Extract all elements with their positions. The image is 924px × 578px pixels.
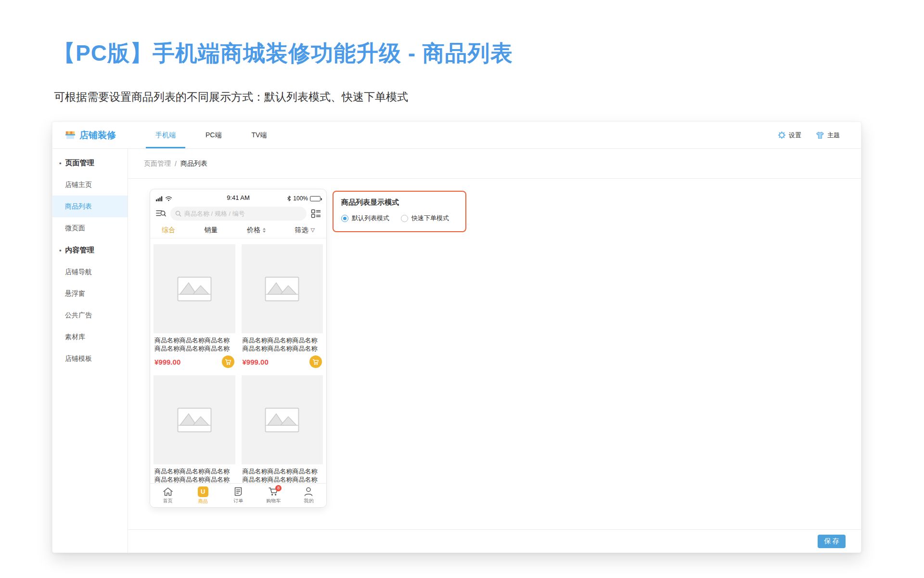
product-price: ¥999.00	[243, 358, 269, 366]
settings-button[interactable]: 设置	[778, 131, 801, 140]
breadcrumb-separator: /	[175, 160, 177, 168]
cellular-signal-icon	[156, 196, 163, 201]
theme-button[interactable]: 主题	[816, 131, 840, 140]
search-icon	[175, 210, 181, 217]
product-name: 商品名称商品名称商品名称商品名称商品名称商品名称	[243, 467, 322, 484]
battery-percent: 100%	[293, 195, 308, 202]
search-input[interactable]	[184, 210, 302, 217]
shop-decoration-app-window: 店铺装修 手机端 PC端 TV端	[52, 121, 861, 553]
theme-label: 主题	[827, 131, 840, 140]
tab-tv-label: TV端	[251, 131, 267, 140]
cart-badge: 8	[275, 485, 282, 491]
product-list-mode-panel: 商品列表显示模式 默认列表模式 快速下单模式	[333, 191, 466, 232]
radio-default-list-mode[interactable]: 默认列表模式	[341, 214, 389, 223]
sidebar-item-micro-page[interactable]: 微页面	[52, 217, 128, 239]
product-image-placeholder	[242, 375, 323, 464]
tab-pc-label: PC端	[205, 131, 221, 140]
page-subtitle: 可根据需要设置商品列表的不同展示方式：默认列表模式、快速下单模式	[54, 90, 408, 105]
product-card[interactable]: 商品名称商品名称商品名称商品名称商品名称商品名称 ¥999.00	[242, 244, 323, 368]
sidebar-section-label: 页面管理	[65, 158, 94, 168]
brand: 店铺装修	[52, 129, 125, 142]
app-topbar: 店铺装修 手机端 PC端 TV端	[52, 122, 861, 149]
add-to-cart-button[interactable]	[309, 355, 322, 368]
breadcrumb-current: 商品列表	[180, 159, 207, 168]
tab-pc[interactable]: PC端	[196, 122, 231, 148]
sidebar-item-shop-home[interactable]: 店铺主页	[52, 174, 128, 196]
product-image-placeholder	[242, 244, 323, 333]
sort-tab-label: 综合	[162, 226, 175, 235]
settings-label: 设置	[789, 131, 801, 140]
orders-icon	[233, 486, 243, 497]
breadcrumb-parent[interactable]: 页面管理	[144, 159, 171, 168]
shop-awning-icon	[65, 130, 76, 140]
sort-tabs: 综合 销量 价格 筛选	[150, 222, 326, 238]
product-name: 商品名称商品名称商品名称商品名称商品名称商品名称	[154, 467, 234, 484]
phone-bottom-nav: 首页 U 商品 订单 8	[150, 483, 326, 507]
bluetooth-icon	[287, 196, 291, 201]
breadcrumb: 页面管理 / 商品列表	[128, 149, 861, 179]
tab-mobile[interactable]: 手机端	[146, 122, 185, 148]
radio-quick-order-mode[interactable]: 快速下单模式	[401, 214, 449, 223]
content-area: 页面管理 / 商品列表 9:41 AM	[128, 149, 861, 552]
sidebar-item-floating-window[interactable]: 悬浮窗	[52, 283, 128, 304]
platform-tabs: 手机端 PC端 TV端	[146, 122, 287, 148]
sort-tab-label: 价格	[247, 226, 260, 235]
sidebar-item-product-list[interactable]: 商品列表	[52, 196, 128, 217]
sidebar-section-page-management: 页面管理	[52, 152, 128, 174]
nav-home[interactable]: 首页	[150, 484, 185, 507]
filter-icon-label: 筛选	[295, 226, 308, 235]
radio-unselected-icon	[401, 215, 408, 222]
cart-icon	[225, 359, 231, 365]
sidebar-section-label: 内容管理	[65, 246, 94, 255]
product-u-icon: U	[198, 486, 208, 497]
sort-tab-price[interactable]: 价格	[247, 226, 266, 235]
brand-name: 店铺装修	[79, 129, 116, 142]
page-title: 【PC版】手机端商城装修功能升级 - 商品列表	[53, 39, 513, 68]
battery-icon	[310, 196, 321, 201]
product-name: 商品名称商品名称商品名称商品名称商品名称商品名称	[243, 336, 322, 353]
search-list-icon[interactable]	[155, 209, 166, 218]
nav-label: 我的	[304, 498, 313, 504]
product-image-placeholder	[154, 244, 235, 333]
phone-search-row	[150, 205, 326, 222]
nav-orders[interactable]: 订单	[220, 484, 256, 507]
phone-statusbar: 9:41 AM	[150, 189, 326, 204]
nav-cart[interactable]: 8 购物车	[256, 484, 291, 507]
nav-label: 订单	[233, 498, 243, 504]
sort-tab-comprehensive[interactable]: 综合	[162, 226, 175, 235]
product-card[interactable]: 商品名称商品名称商品名称商品名称商品名称商品名称 ¥999.00	[242, 375, 323, 499]
add-to-cart-button[interactable]	[222, 355, 234, 368]
nav-label: 购物车	[266, 498, 281, 504]
product-card[interactable]: 商品名称商品名称商品名称商品名称商品名称商品名称 ¥999.00	[154, 375, 235, 499]
product-price: ¥999.00	[154, 358, 180, 366]
tshirt-icon	[816, 131, 824, 139]
layout-toggle-icon[interactable]	[311, 209, 321, 218]
gear-icon	[778, 131, 786, 139]
sort-tab-label: 销量	[205, 226, 218, 235]
product-search-input[interactable]	[170, 207, 307, 221]
sidebar: 页面管理 店铺主页 商品列表 微页面 内容管理 店铺导航 悬浮窗 公共广告 素材…	[52, 149, 128, 552]
save-button[interactable]: 保存	[818, 535, 846, 548]
footer-bar: 保存	[128, 529, 861, 552]
sidebar-item-material-library[interactable]: 素材库	[52, 326, 128, 348]
product-grid: 商品名称商品名称商品名称商品名称商品名称商品名称 ¥999.00	[150, 238, 326, 499]
sidebar-item-public-ads[interactable]: 公共广告	[52, 304, 128, 326]
home-icon	[163, 486, 173, 497]
product-name: 商品名称商品名称商品名称商品名称商品名称商品名称	[154, 336, 234, 353]
nav-profile[interactable]: 我的	[291, 484, 326, 507]
tab-mobile-label: 手机端	[155, 131, 176, 140]
wifi-icon	[165, 196, 172, 201]
sidebar-item-shop-template[interactable]: 店铺模板	[52, 348, 128, 369]
sidebar-item-shop-navigation[interactable]: 店铺导航	[52, 261, 128, 283]
phone-preview: 9:41 AM	[150, 189, 327, 508]
topbar-actions: 设置 主题	[778, 131, 861, 140]
profile-icon	[304, 486, 313, 497]
product-card[interactable]: 商品名称商品名称商品名称商品名称商品名称商品名称 ¥999.00	[154, 244, 235, 368]
tab-tv[interactable]: TV端	[242, 122, 276, 148]
sort-tab-sales[interactable]: 销量	[205, 226, 218, 235]
sort-tab-filter[interactable]: 筛选	[295, 226, 315, 235]
radio-label: 默认列表模式	[352, 214, 389, 223]
nav-label: 商品	[198, 498, 208, 505]
panel-title: 商品列表显示模式	[341, 198, 458, 207]
nav-products[interactable]: U 商品	[185, 484, 220, 507]
